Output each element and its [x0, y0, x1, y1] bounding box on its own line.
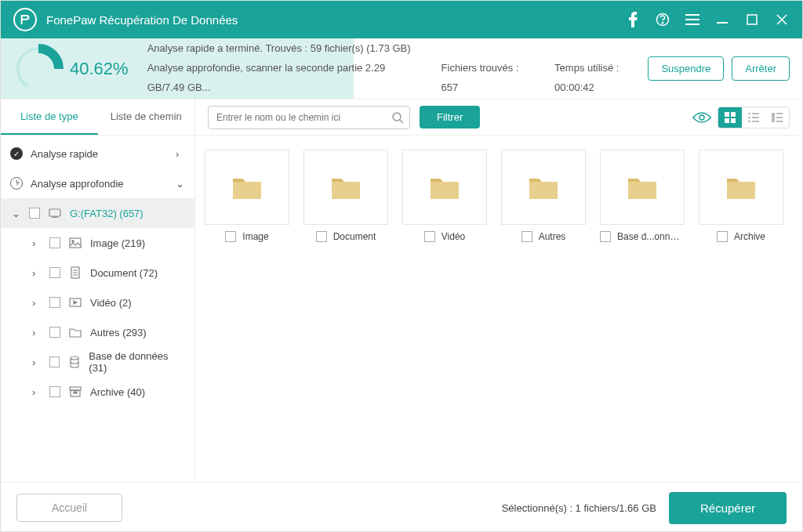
filter-button[interactable]: Filtrer	[420, 106, 480, 128]
checkbox[interactable]	[600, 231, 611, 242]
menu-icon[interactable]	[685, 12, 700, 27]
checkbox[interactable]	[29, 208, 40, 219]
folder-item[interactable]: Base d...onnées	[598, 150, 686, 242]
check-circle-icon: ✓	[10, 147, 23, 160]
app-logo	[13, 8, 37, 31]
svg-rect-22	[731, 118, 736, 123]
app-title: FonePaw Récupération De Données	[46, 13, 625, 27]
tree-item-database[interactable]: › Base de données (31)	[1, 347, 194, 377]
checkbox[interactable]	[717, 231, 728, 242]
folder-icon	[68, 325, 82, 339]
view-detail-icon[interactable]	[765, 107, 789, 128]
folder-thumbnail	[699, 150, 783, 225]
tree-drive[interactable]: ⌄ G:(FAT32) (657)	[1, 198, 194, 228]
suspend-button[interactable]: Suspendre	[648, 56, 724, 81]
status-line-1: Analyse rapide a terminé. Trouvés : 59 f…	[147, 39, 649, 59]
svg-rect-14	[70, 387, 81, 390]
svg-rect-5	[717, 22, 728, 24]
svg-rect-29	[772, 113, 775, 122]
checkbox[interactable]	[49, 386, 60, 397]
folder-thumbnail	[600, 150, 685, 225]
maximize-icon[interactable]	[744, 12, 760, 27]
svg-rect-28	[752, 121, 759, 122]
folder-item[interactable]: Archive	[697, 150, 785, 242]
checkbox[interactable]	[316, 231, 327, 242]
video-icon	[68, 295, 82, 309]
status-deep-scan: Analyse approfondie, scanner la seconde …	[147, 59, 413, 97]
tab-type-list[interactable]: Liste de type	[1, 100, 98, 135]
folder-label: Base d...onnées	[617, 231, 685, 242]
svg-rect-32	[776, 121, 783, 122]
chevron-right-icon: ›	[32, 267, 42, 279]
tree-item-other[interactable]: › Autres (293)	[1, 317, 194, 347]
status-panel: 40.62% Analyse rapide a terminé. Trouvés…	[1, 38, 802, 100]
svg-point-13	[71, 356, 78, 360]
document-icon	[68, 266, 82, 280]
folder-thumbnail	[501, 150, 586, 225]
checkbox[interactable]	[49, 327, 60, 338]
image-icon	[68, 236, 82, 250]
svg-rect-25	[748, 117, 750, 118]
facebook-icon[interactable]	[625, 12, 641, 27]
folder-item[interactable]: Image	[203, 150, 291, 242]
svg-rect-20	[731, 112, 736, 117]
svg-rect-8	[53, 217, 57, 218]
checkbox[interactable]	[225, 231, 236, 242]
help-icon[interactable]	[655, 12, 670, 27]
checkbox[interactable]	[49, 267, 60, 278]
svg-point-18	[699, 115, 704, 120]
recover-button[interactable]: Récupérer	[669, 492, 787, 524]
svg-rect-31	[776, 117, 783, 118]
svg-rect-23	[748, 113, 750, 114]
tree-item-archive[interactable]: › Archive (40)	[1, 377, 194, 407]
stop-button[interactable]: Arrêter	[732, 56, 790, 81]
folder-thumbnail	[205, 150, 289, 225]
tab-path-list[interactable]: Liste de chemin	[98, 100, 195, 135]
svg-rect-21	[725, 118, 729, 123]
status-time: Temps utilisé : 00:00:42	[554, 59, 648, 97]
svg-rect-27	[748, 121, 750, 122]
folder-item[interactable]: Autres	[500, 150, 587, 242]
svg-rect-24	[752, 113, 759, 114]
close-icon[interactable]	[774, 12, 790, 27]
drive-icon	[48, 206, 62, 220]
chevron-right-icon: ›	[32, 237, 42, 249]
chevron-right-icon: ›	[32, 327, 42, 338]
percent-text: 40.62%	[70, 59, 129, 79]
svg-rect-19	[725, 112, 729, 117]
chevron-down-icon: ⌄	[12, 208, 21, 219]
svg-rect-2	[685, 14, 699, 16]
view-grid-icon[interactable]	[718, 107, 742, 128]
svg-point-1	[662, 23, 663, 24]
tree-item-document[interactable]: › Document (72)	[1, 258, 194, 288]
database-icon	[67, 355, 81, 369]
checkbox[interactable]	[424, 231, 435, 242]
folder-label: Vidéo	[441, 231, 465, 242]
preview-icon[interactable]	[692, 111, 711, 124]
svg-point-17	[393, 113, 401, 121]
svg-rect-9	[70, 238, 81, 248]
folder-item[interactable]: Document	[302, 150, 390, 242]
view-list-icon[interactable]	[742, 107, 765, 128]
tree-deep-scan[interactable]: Analyse approfondie ⌄	[1, 168, 194, 198]
folder-label: Image	[242, 231, 268, 242]
checkbox[interactable]	[521, 231, 532, 242]
tree-item-image[interactable]: › Image (219)	[1, 228, 194, 258]
chevron-right-icon: ›	[176, 148, 185, 160]
checkbox[interactable]	[49, 297, 60, 308]
chevron-right-icon: ›	[32, 386, 42, 398]
search-input[interactable]	[208, 106, 410, 129]
checkbox[interactable]	[49, 356, 60, 367]
file-tree: ✓ Analyse rapide › Analyse approfondie ⌄…	[1, 136, 194, 482]
tree-quick-scan[interactable]: ✓ Analyse rapide ›	[1, 139, 194, 168]
svg-rect-4	[685, 24, 699, 25]
home-button[interactable]: Accueil	[16, 494, 122, 522]
folder-item[interactable]: Vidéo	[401, 150, 489, 242]
folder-thumbnail	[402, 150, 487, 225]
folder-label: Autres	[539, 231, 566, 242]
checkbox[interactable]	[49, 237, 60, 248]
svg-rect-26	[752, 117, 759, 118]
tree-item-video[interactable]: › Vidéo (2)	[1, 288, 194, 317]
minimize-icon[interactable]	[714, 12, 730, 27]
status-found: Fichiers trouvés : 657	[441, 59, 527, 97]
